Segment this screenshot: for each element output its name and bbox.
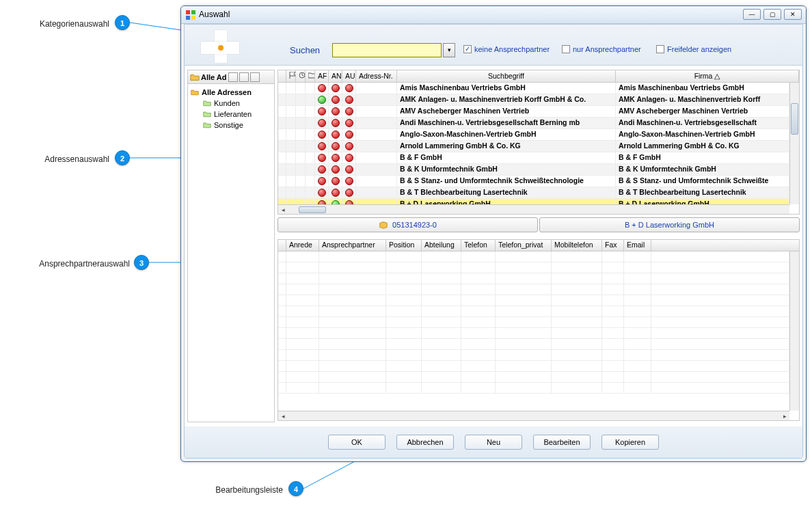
search-label: Suchen — [290, 45, 320, 55]
tree-toolbar-button-1[interactable] — [228, 72, 238, 82]
checkbox-only-contacts[interactable] — [562, 45, 570, 53]
table-row[interactable]: AMV Ascheberger Maschinen VertriebAMV As… — [278, 106, 789, 118]
toolbar: Suchen ▾ keine Ansprechpartner nur Anspr… — [185, 25, 802, 66]
col-header-au[interactable]: AU — [342, 70, 356, 82]
col-position[interactable]: Position — [386, 240, 422, 251]
col-telefon-privat[interactable]: Telefon_privat — [496, 240, 552, 251]
table-row[interactable]: Arnold Lammering GmbH & Co. KGArnold Lam… — [278, 141, 789, 152]
annotation-bubble-4: 4 — [288, 481, 303, 496]
table-row[interactable] — [278, 372, 789, 383]
contact-grid-horizontal-scrollbar[interactable]: ◂ ▸ — [278, 411, 789, 420]
cross-logo — [201, 30, 239, 63]
address-grid: AF AN AU Adress-Nr. Suchbegriff Firma △ … — [278, 70, 800, 215]
search-input[interactable] — [332, 43, 442, 57]
package-icon — [379, 221, 388, 229]
tree-toolbar-button-2[interactable] — [239, 72, 249, 82]
checkbox-show-freefields[interactable] — [656, 45, 664, 53]
col-email[interactable]: Email — [624, 240, 651, 251]
col-header-adressnr[interactable]: Adress-Nr. — [356, 70, 397, 82]
address-grid-body[interactable]: Amis Maschinenbau Vertriebs GmbHAmis Mas… — [278, 83, 789, 204]
edit-button[interactable]: Bearbeiten — [533, 435, 591, 450]
checkbox-no-contacts[interactable] — [463, 45, 472, 53]
tree-node-other[interactable]: Sonstige — [189, 120, 273, 131]
checkbox-show-freefields-label: Freifelder anzeigen — [667, 45, 731, 53]
table-row[interactable] — [278, 328, 789, 339]
table-row[interactable] — [278, 262, 789, 273]
copy-button[interactable]: Kopieren — [601, 435, 659, 450]
annotation-bubble-1: 1 — [115, 15, 130, 30]
edit-button-bar: OK Abbrechen Neu Bearbeiten Kopieren — [185, 426, 802, 458]
table-row[interactable] — [278, 284, 789, 295]
col-header-suchbegriff[interactable]: Suchbegriff — [397, 70, 616, 82]
table-row[interactable] — [278, 251, 789, 262]
table-row[interactable] — [278, 383, 789, 394]
titlebar[interactable]: Auswahl — ▢ ✕ — [181, 6, 806, 24]
col-telefon[interactable]: Telefon — [461, 240, 496, 251]
table-row[interactable]: B & K Umformtechnik GmbHB & K Umformtech… — [278, 164, 789, 176]
tree-toolbar-button-3[interactable] — [250, 72, 260, 82]
checkbox-no-contacts-label: keine Ansprechpartner — [474, 45, 550, 53]
search-dropdown-button[interactable]: ▾ — [443, 43, 455, 57]
tree-node-suppliers[interactable]: Lieferanten — [189, 109, 273, 120]
client-area: Alle Ad Alle Adressen Kunden — [185, 66, 802, 426]
col-anrede[interactable]: Anrede — [286, 240, 319, 251]
ok-button[interactable]: OK — [328, 435, 385, 450]
checkbox-only-contacts-label: nur Ansprechpartner — [573, 45, 641, 53]
table-row[interactable]: B & S Stanz- und Umformtechnik Schweißte… — [278, 176, 789, 187]
folder-icon — [203, 111, 211, 118]
col-header-an[interactable]: AN — [329, 70, 342, 82]
address-grid-header[interactable]: AF AN AU Adress-Nr. Suchbegriff Firma △ — [278, 70, 799, 83]
window-maximize-button[interactable]: ▢ — [763, 9, 781, 20]
table-row[interactable] — [278, 306, 789, 317]
folder-icon — [190, 73, 200, 81]
selection-caption-left[interactable]: 051314923-0 — [278, 217, 538, 232]
table-row[interactable] — [278, 350, 789, 361]
tree-node-customers[interactable]: Kunden — [189, 98, 273, 109]
table-row[interactable] — [278, 295, 789, 306]
table-row[interactable]: B + D Laserworking GmbHB + D Laserworkin… — [278, 199, 789, 204]
selection-caption-row: 051314923-0 B + D Laserworking GmbH — [278, 217, 800, 232]
grid-vertical-scrollbar[interactable] — [789, 83, 799, 204]
category-tree: Alle Ad Alle Adressen Kunden — [187, 70, 275, 422]
new-button[interactable]: Neu — [465, 435, 522, 450]
window-minimize-button[interactable]: — — [743, 9, 761, 20]
col-header-firma[interactable]: Firma △ — [616, 70, 799, 82]
col-fax[interactable]: Fax — [602, 240, 624, 251]
flag-icon — [289, 72, 296, 79]
table-row[interactable] — [278, 361, 789, 372]
col-mobiltelefon[interactable]: Mobiltelefon — [552, 240, 602, 251]
table-row[interactable]: B & F GmbHB & F GmbH — [278, 152, 789, 164]
tree-node-all-addresses[interactable]: Alle Adressen — [189, 87, 273, 98]
table-row[interactable]: B & T Blechbearbeitung LasertechnikB & T… — [278, 187, 789, 199]
table-row[interactable] — [278, 339, 789, 350]
svg-rect-5 — [191, 10, 195, 14]
annotation-bubble-3: 3 — [134, 255, 149, 270]
window-close-button[interactable]: ✕ — [784, 9, 802, 20]
annotation-label-3: Ansprechpartnerauswahl — [0, 259, 130, 269]
table-row[interactable]: Anglo-Saxon-Maschinen-Vertrieb GmbHAnglo… — [278, 129, 789, 141]
table-row[interactable]: Amis Maschinenbau Vertriebs GmbHAmis Mas… — [278, 83, 789, 94]
svg-rect-7 — [191, 16, 195, 20]
window-title: Auswahl — [199, 10, 230, 19]
table-row[interactable]: Andi Maschinen-u. Vertriebsgesellschaft … — [278, 118, 789, 129]
table-row[interactable] — [278, 273, 789, 284]
col-abteilung[interactable]: Abteilung — [422, 240, 461, 251]
col-ansprechpartner[interactable]: Ansprechpartner — [319, 240, 386, 251]
contact-grid-header[interactable]: Anrede Ansprechpartner Position Abteilun… — [278, 240, 799, 251]
annotation-label-1: Kategorienauswahl — [0, 19, 109, 29]
folder-icon — [203, 122, 211, 128]
cancel-button[interactable]: Abbrechen — [396, 435, 454, 450]
selection-window: Auswahl — ▢ ✕ Suchen ▾ keine Ansprechpar… — [180, 5, 807, 462]
grid-horizontal-scrollbar[interactable]: ◂ — [278, 204, 789, 214]
folder-small-icon — [308, 72, 315, 79]
selection-caption-right[interactable]: B + D Laserworking GmbH — [539, 217, 800, 232]
table-row[interactable] — [278, 317, 789, 328]
contact-grid-vertical-scrollbar[interactable] — [789, 251, 799, 411]
tree-header-text: Alle Ad — [201, 73, 227, 81]
table-row[interactable]: AMK Anlagen- u. Maschinenvertrieb Korff … — [278, 94, 789, 106]
annotation-label-2: Adressenauswahl — [0, 154, 109, 164]
contact-grid-body[interactable] — [278, 251, 789, 411]
svg-rect-6 — [186, 16, 190, 20]
col-header-af[interactable]: AF — [315, 70, 329, 82]
folder-icon — [203, 100, 211, 107]
